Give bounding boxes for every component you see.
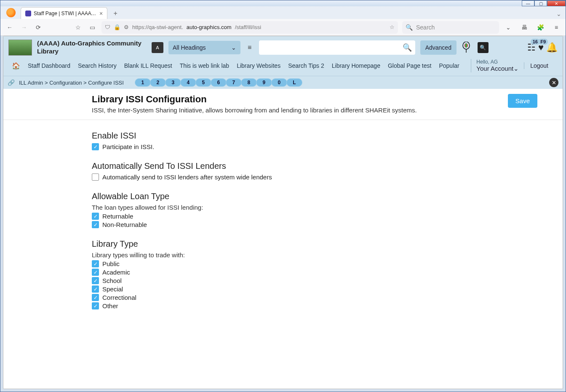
other-checkbox[interactable]: ✓ xyxy=(92,302,99,309)
pocket-icon[interactable]: ⌄ xyxy=(503,22,513,32)
pill-9[interactable]: 9 xyxy=(256,78,272,87)
special-checkbox[interactable]: ✓ xyxy=(92,285,99,293)
main-search[interactable]: 🔍 xyxy=(259,40,415,55)
reload-button[interactable]: ⟳ xyxy=(33,22,43,32)
menu-icon[interactable]: ≡ xyxy=(551,22,561,32)
breadcrumb: ILL Admin > Configuration > Configure IS… xyxy=(19,80,124,86)
window-maximize-button[interactable]: ▢ xyxy=(534,0,547,6)
public-checkbox[interactable]: ✓ xyxy=(92,260,99,267)
browser-tabstrip: Staff Page | STWI | AAAA | Auto… × + ⌄ xyxy=(0,6,566,19)
bell-icon[interactable]: 🔔 xyxy=(546,42,558,53)
nav-popular[interactable]: Popular xyxy=(439,62,459,69)
back-button[interactable]: ← xyxy=(5,22,15,32)
save-button[interactable]: Save xyxy=(508,94,537,108)
tabs-overflow-icon[interactable]: ⌄ xyxy=(552,9,566,19)
nav-global-page-test[interactable]: Global Page test xyxy=(388,62,432,69)
page-subtitle: ISSI, the Inter-System Sharing Initiativ… xyxy=(92,107,417,114)
auto-send-label: Automatically send to ISSI lenders after… xyxy=(102,173,272,181)
nav-staff-dashboard[interactable]: Staff Dashboard xyxy=(28,62,70,69)
nav-library-websites[interactable]: Library Websites xyxy=(237,62,280,69)
database-icon[interactable]: ≡ xyxy=(246,44,254,51)
loan-type-title: Allowable Loan Type xyxy=(92,192,537,201)
nav-web-link-lab[interactable]: This is web link lab xyxy=(180,62,230,69)
firefox-logo-icon xyxy=(6,8,16,17)
home-icon[interactable]: 🏠 xyxy=(12,62,20,70)
browser-tab[interactable]: Staff Page | STWI | AAAA | Auto… × xyxy=(21,7,107,19)
pill-5[interactable]: 5 xyxy=(195,78,211,87)
special-label: Special xyxy=(102,285,123,293)
school-checkbox[interactable]: ✓ xyxy=(92,277,99,284)
nav-search-tips[interactable]: Search Tips 2 xyxy=(288,62,324,69)
url-path: /staff/ill/issi xyxy=(235,24,262,30)
new-tab-button[interactable]: + xyxy=(110,8,121,19)
logout-link[interactable]: Logout xyxy=(524,62,554,69)
headings-dropdown[interactable]: All Headings ⌄ xyxy=(168,41,240,54)
balloon-icon[interactable] xyxy=(462,42,471,53)
logout-label: Logout xyxy=(530,62,548,69)
pill-3[interactable]: 3 xyxy=(165,78,181,87)
your-account-label: Your Account xyxy=(476,65,513,72)
pill-1[interactable]: 1 xyxy=(135,78,151,87)
url-bar[interactable]: 🛡 🔒 ⚙ https://qa-stwi-agent.auto-graphic… xyxy=(101,21,398,34)
app-header: (AAAA) Auto-Graphics Community Library A… xyxy=(3,36,563,76)
url-domain: auto-graphics.com xyxy=(187,24,232,30)
window-close-button[interactable]: ✕ xyxy=(547,0,566,6)
other-label: Other xyxy=(102,302,118,309)
academic-checkbox[interactable]: ✓ xyxy=(92,269,99,276)
library-type-sub: Library types willing to trade with: xyxy=(92,251,537,259)
nav-search-history[interactable]: Search History xyxy=(78,62,117,69)
browser-search-box[interactable]: 🔍 Search xyxy=(402,21,499,34)
headings-dropdown-label: All Headings xyxy=(173,44,206,51)
pill-0[interactable]: 0 xyxy=(271,78,287,87)
pill-2[interactable]: 2 xyxy=(150,78,166,87)
forward-button[interactable]: → xyxy=(19,22,29,32)
lock-icon: 🔒 xyxy=(114,24,120,30)
main-content: Library ISSI Configuration ISSI, the Int… xyxy=(3,89,563,319)
nav-blank-ill-request[interactable]: Blank ILL Request xyxy=(124,62,172,69)
auto-send-checkbox[interactable]: ✓ xyxy=(92,173,99,181)
extensions-icon[interactable]: 🧩 xyxy=(535,22,545,32)
heart-icon[interactable]: ♥ F9 xyxy=(538,42,544,53)
pill-8[interactable]: 8 xyxy=(241,78,257,87)
step-pills: 1 2 3 4 5 6 7 8 9 0 L xyxy=(136,78,302,87)
main-search-input[interactable] xyxy=(262,40,403,55)
account-block[interactable]: Hello, AG Your Account⌄ xyxy=(471,59,524,72)
pill-7[interactable]: 7 xyxy=(226,78,242,87)
app-frame: (AAAA) Auto-Graphics Community Library A… xyxy=(3,36,563,389)
save-label: Save xyxy=(515,97,530,104)
translate-icon[interactable]: A xyxy=(152,42,163,53)
search-placeholder: Search xyxy=(416,24,435,31)
hello-label: Hello, AG xyxy=(476,59,519,65)
section-library-type: Library Type Library types willing to tr… xyxy=(92,239,537,309)
participate-checkbox[interactable]: ✓ xyxy=(92,143,99,150)
crumb-configuration[interactable]: Configuration xyxy=(49,80,82,86)
library-name: (AAAA) Auto-Graphics Community Library xyxy=(37,40,147,56)
permissions-icon: ⚙ xyxy=(124,24,129,30)
tab-close-icon[interactable]: × xyxy=(99,10,103,17)
returnable-checkbox[interactable]: ✓ xyxy=(92,213,99,220)
inspect-icon[interactable]: 🔍 xyxy=(478,42,489,53)
search-icon[interactable]: 🔍 xyxy=(403,43,412,52)
window-titlebar: — ▢ ✕ xyxy=(0,0,566,6)
non-returnable-checkbox[interactable]: ✓ xyxy=(92,221,99,228)
close-panel-button[interactable]: ✕ xyxy=(549,78,558,87)
app-nav: 🏠 Staff Dashboard Search History Blank I… xyxy=(8,56,558,76)
window-minimize-button[interactable]: — xyxy=(522,0,534,6)
pill-4[interactable]: 4 xyxy=(180,78,196,87)
pill-6[interactable]: 6 xyxy=(211,78,227,87)
bookmark-star-icon[interactable]: ☆ xyxy=(390,24,395,30)
bookmark-star-toolbar-icon[interactable]: ☆ xyxy=(73,22,83,32)
auto-send-title: Automatically Send To ISSI Lenders xyxy=(92,161,537,171)
correctional-checkbox[interactable]: ✓ xyxy=(92,294,99,301)
crumb-configure-issi[interactable]: Configure ISSI xyxy=(88,80,124,86)
academic-label: Academic xyxy=(102,269,130,276)
print-icon[interactable]: 🖶 xyxy=(519,22,529,32)
advanced-search-button[interactable]: Advanced xyxy=(420,40,457,55)
pill-L[interactable]: L xyxy=(286,78,302,87)
container-icon[interactable]: ▭ xyxy=(87,22,97,32)
crumb-ill-admin[interactable]: ILL Admin xyxy=(19,80,43,86)
list-icon[interactable]: ☷ 16 xyxy=(527,42,536,53)
school-label: School xyxy=(102,277,122,284)
url-prefix: https://qa-stwi-agent. xyxy=(132,24,183,30)
nav-library-homepage[interactable]: Library Homepage xyxy=(332,62,380,69)
